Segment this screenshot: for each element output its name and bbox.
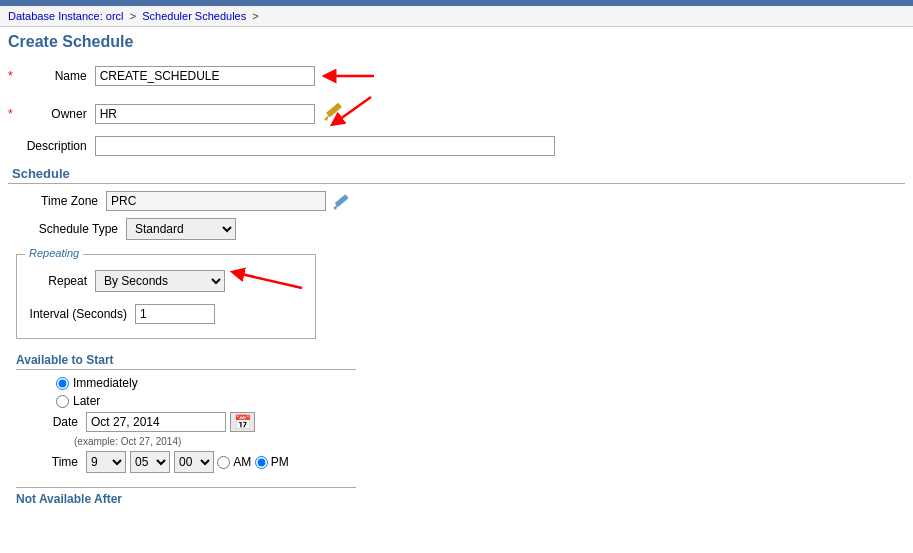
am-label: AM [233, 455, 251, 469]
pm-label: PM [271, 455, 289, 469]
schedule-type-row: Schedule Type Standard Named Window Wind… [16, 218, 905, 240]
time-label: Time [36, 455, 86, 469]
timezone-input[interactable] [106, 191, 326, 211]
owner-row: * Owner [8, 97, 905, 130]
later-radio[interactable] [56, 395, 69, 408]
owner-label: Owner [15, 107, 95, 121]
name-input[interactable] [95, 66, 315, 86]
hour-select[interactable]: 9 10 [86, 451, 126, 473]
minute-select[interactable]: 05 10 [130, 451, 170, 473]
second-select[interactable]: 00 30 [174, 451, 214, 473]
schedule-content: Time Zone Schedule Type Standard Named W… [8, 190, 905, 506]
available-to-start-header: Available to Start [16, 353, 356, 370]
page-wrapper: Database Instance: orcl > Scheduler Sche… [0, 0, 913, 553]
repeat-select[interactable]: By Seconds By Minutes By Hours By Days B… [95, 270, 225, 292]
date-input[interactable] [86, 412, 226, 432]
schedule-section-header: Schedule [8, 162, 905, 184]
immediately-row: Immediately [16, 376, 905, 390]
svg-line-9 [237, 273, 302, 288]
name-label: Name [15, 69, 95, 83]
not-available-after-section: Not Available After [16, 481, 905, 506]
repeating-legend: Repeating [25, 247, 83, 259]
name-required-star: * [8, 69, 13, 83]
repeat-label: Repeat [25, 274, 95, 288]
available-to-start-section: Available to Start Immediately Later Dat… [16, 353, 905, 473]
date-label: Date [36, 415, 86, 429]
name-row: * Name [8, 61, 905, 91]
later-row: Later [16, 394, 905, 408]
date-example: (example: Oct 27, 2014) [16, 436, 905, 447]
breadcrumb-sep2: > [252, 10, 258, 22]
interval-label: Interval (Seconds) [25, 307, 135, 321]
owner-input[interactable] [95, 104, 315, 124]
repeat-arrow-icon [227, 263, 307, 298]
schedule-type-label: Schedule Type [16, 222, 126, 236]
breadcrumb-scheduler-link[interactable]: Scheduler Schedules [142, 10, 246, 22]
repeating-box: Repeating Repeat By Seconds By Minutes B… [16, 254, 316, 339]
interval-input[interactable] [135, 304, 215, 324]
calendar-icon[interactable]: 📅 [230, 412, 255, 432]
page-title: Create Schedule [0, 27, 913, 55]
breadcrumb-db-link[interactable]: Database Instance: orcl [8, 10, 124, 22]
immediately-label: Immediately [73, 376, 138, 390]
repeat-row: Repeat By Seconds By Minutes By Hours By… [25, 263, 307, 298]
timezone-edit-icon[interactable] [331, 190, 353, 212]
am-radio[interactable] [217, 456, 230, 469]
time-row: Time 9 10 05 10 00 30 [16, 451, 905, 473]
form-area: * Name * Owner [0, 55, 913, 512]
timezone-row: Time Zone [16, 190, 905, 212]
description-label: Description [15, 139, 95, 153]
pm-radio[interactable] [255, 456, 268, 469]
schedule-type-select[interactable]: Standard Named Window Window Group [126, 218, 236, 240]
breadcrumb-sep1: > [130, 10, 136, 22]
repeating-section: Repeating Repeat By Seconds By Minutes B… [16, 248, 905, 345]
name-arrow-icon [319, 61, 379, 91]
description-row: * Description [8, 136, 905, 156]
breadcrumb: Database Instance: orcl > Scheduler Sche… [0, 6, 913, 27]
later-label: Later [73, 394, 100, 408]
owner-required-star: * [8, 107, 13, 121]
date-row: Date 📅 [16, 412, 905, 432]
owner-arrow-icon [326, 92, 386, 132]
description-input[interactable] [95, 136, 555, 156]
immediately-radio[interactable] [56, 377, 69, 390]
svg-line-5 [336, 97, 371, 122]
timezone-label: Time Zone [16, 194, 106, 208]
svg-marker-7 [333, 204, 338, 210]
not-available-after-header: Not Available After [16, 487, 356, 506]
interval-row: Interval (Seconds) [25, 304, 307, 324]
